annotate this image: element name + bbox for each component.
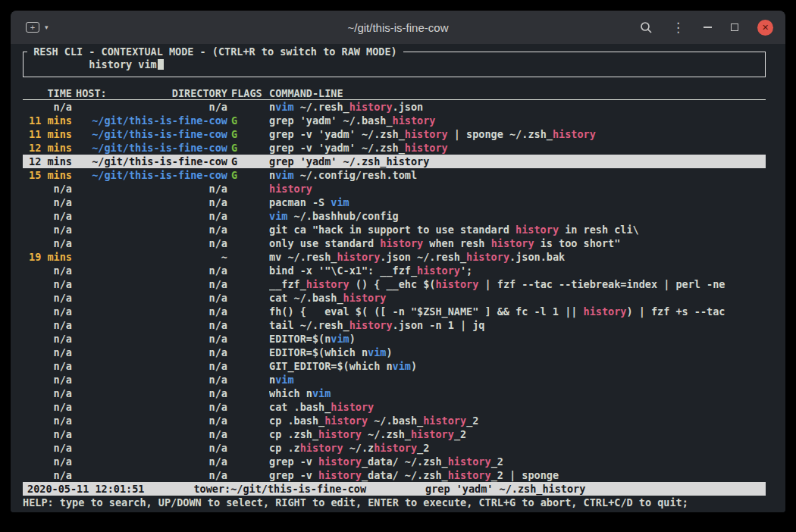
row-flags	[231, 373, 265, 386]
history-row[interactable]: n/an/acp .bash_history ~/.bash_history_2	[23, 414, 766, 427]
row-time: 11 mins	[23, 114, 72, 127]
row-flags	[231, 209, 265, 223]
row-time: 19 mins	[23, 250, 72, 264]
row-command: bind -x '"\C-x1": __fzf_history';	[269, 264, 766, 277]
row-time: 12 mins	[23, 141, 72, 155]
row-command: git ca "hack in support to use standard …	[269, 223, 766, 236]
history-list: n/an/anvim ~/.resh_history.json11 mins~/…	[23, 100, 766, 482]
row-flags	[231, 291, 265, 305]
history-row[interactable]: n/an/aEDITOR=$(nvim)	[23, 332, 766, 346]
row-command: __fzf_history () { __ehc $(history | fzf…	[269, 277, 766, 291]
close-icon: ✕	[762, 23, 769, 32]
row-time: n/a	[23, 209, 72, 223]
row-directory: ~/git/this-is-fine-cow	[76, 141, 227, 155]
history-row[interactable]: n/an/a__fzf_history () { __ehc $(history…	[23, 277, 766, 291]
row-flags	[231, 318, 265, 332]
row-directory: n/a	[76, 346, 227, 359]
row-command: pacman -S vim	[269, 196, 766, 209]
row-command: grep 'yadm' ~/.bash_history	[269, 114, 766, 127]
history-row[interactable]: 12 mins~/git/this-is-fine-cowGgrep -v 'y…	[23, 141, 766, 155]
row-time: 12 mins	[23, 155, 72, 168]
history-row[interactable]: n/an/awhich nvim	[23, 386, 766, 400]
history-row[interactable]: 11 mins~/git/this-is-fine-cowGgrep -v 'y…	[23, 127, 766, 141]
row-time: 15 mins	[23, 168, 72, 182]
chevron-down-icon: ▾	[45, 23, 49, 31]
column-header-host-directory: HOST:DIRECTORY	[76, 86, 227, 99]
search-match: history	[423, 415, 466, 427]
search-match: history	[411, 428, 454, 440]
history-row[interactable]: n/an/agrep -v history_data/ ~/.zsh_histo…	[23, 455, 766, 468]
search-match: history	[417, 264, 460, 277]
row-time: n/a	[23, 441, 72, 455]
history-row[interactable]: n/an/atail ~/.resh_history.json -n 1 | j…	[23, 318, 766, 332]
search-match: history	[448, 455, 491, 468]
search-match: history	[584, 305, 627, 318]
row-flags	[231, 182, 265, 196]
search-match: history	[349, 101, 393, 113]
search-match: vim	[275, 101, 293, 113]
search-match: history	[393, 114, 436, 127]
history-row[interactable]: 19 mins~mv ~/.resh_history.json ~/.resh_…	[23, 250, 766, 264]
history-row[interactable]: n/an/anvim ~/.resh_history.json	[23, 100, 766, 114]
row-directory: n/a	[76, 318, 227, 332]
history-row[interactable]: n/an/ahistory	[23, 182, 766, 196]
restore-button[interactable]	[731, 23, 738, 31]
column-header-command: COMMAND-LINE	[269, 86, 766, 99]
row-command: only use standard history when resh hist…	[269, 236, 766, 250]
row-directory: n/a	[76, 182, 227, 196]
row-flags	[231, 332, 265, 346]
history-row[interactable]: n/an/acp .zsh_history ~/.zsh_history_2	[23, 427, 766, 441]
search-match: history	[435, 278, 478, 290]
row-time: n/a	[23, 427, 72, 441]
search-match: history	[300, 442, 343, 454]
history-row[interactable]: n/an/aEDITOR=$(which nvim)	[23, 346, 766, 359]
search-match: history	[318, 455, 362, 468]
search-match: history	[386, 155, 429, 167]
row-command: history	[269, 182, 766, 196]
row-flags	[231, 236, 265, 250]
column-header-time: TIME	[23, 86, 72, 99]
search-match: history	[516, 224, 559, 236]
titlebar[interactable]: + ▾ ~/git/this-is-fine-cow ⋮	[11, 11, 785, 44]
search-match: history	[349, 319, 393, 331]
minimize-button[interactable]	[704, 27, 712, 28]
history-row[interactable]: n/an/acat .bash_history	[23, 400, 766, 414]
history-row[interactable]: n/an/apacman -S vim	[23, 196, 766, 209]
close-button[interactable]: ✕	[757, 20, 773, 36]
row-directory: n/a	[76, 209, 227, 223]
history-row[interactable]: n/an/agrep -v history_data/ ~/.zsh_histo…	[23, 468, 766, 482]
row-time: n/a	[23, 332, 72, 346]
new-tab-button[interactable]: + ▾	[26, 22, 49, 33]
row-directory: n/a	[76, 332, 227, 346]
search-match: history	[380, 237, 423, 249]
history-row[interactable]: 15 mins~/git/this-is-fine-cowGnvim ~/.co…	[23, 168, 766, 182]
row-flags: G	[231, 114, 265, 127]
row-command: EDITOR=$(nvim)	[269, 332, 766, 346]
row-directory: ~/git/this-is-fine-cow	[76, 155, 227, 168]
row-command: tail ~/.resh_history.json -n 1 | jq	[269, 318, 766, 332]
history-row[interactable]: n/an/afh() { eval $( ([ -n "$ZSH_NAME" ]…	[23, 305, 766, 318]
search-match: history	[343, 292, 387, 304]
history-row[interactable]: n/an/anvim	[23, 373, 766, 386]
row-flags: G	[231, 127, 265, 141]
menu-kebab-icon[interactable]: ⋮	[672, 21, 685, 34]
row-time: n/a	[23, 277, 72, 291]
row-flags	[231, 250, 265, 264]
search-icon	[640, 21, 653, 34]
terminal-content[interactable]: RESH CLI - CONTEXTUAL MODE - (CTRL+R to …	[11, 44, 785, 512]
row-directory: n/a	[76, 414, 227, 427]
history-row[interactable]: n/an/acat ~/.bash_history	[23, 291, 766, 305]
row-flags	[231, 305, 265, 318]
row-command: cat ~/.bash_history	[269, 291, 766, 305]
search-button[interactable]	[640, 21, 653, 34]
history-row[interactable]: n/an/aGIT_EDITOR=$(which nvim)	[23, 359, 766, 373]
row-command: vim ~/.bashhub/config	[269, 209, 766, 223]
history-row[interactable]: 11 mins~/git/this-is-fine-cowGgrep 'yadm…	[23, 114, 766, 127]
history-row-selected[interactable]: 12 mins~/git/this-is-fine-cowGgrep 'yadm…	[23, 155, 766, 168]
row-directory: n/a	[76, 223, 227, 236]
history-row[interactable]: n/an/agit ca "hack in support to use sta…	[23, 223, 766, 236]
history-row[interactable]: n/an/acp .zhistory ~/.zhistory_2	[23, 441, 766, 455]
history-row[interactable]: n/an/abind -x '"\C-x1": __fzf_history';	[23, 264, 766, 277]
history-row[interactable]: n/an/avim ~/.bashhub/config	[23, 209, 766, 223]
history-row[interactable]: n/an/aonly use standard history when res…	[23, 236, 766, 250]
